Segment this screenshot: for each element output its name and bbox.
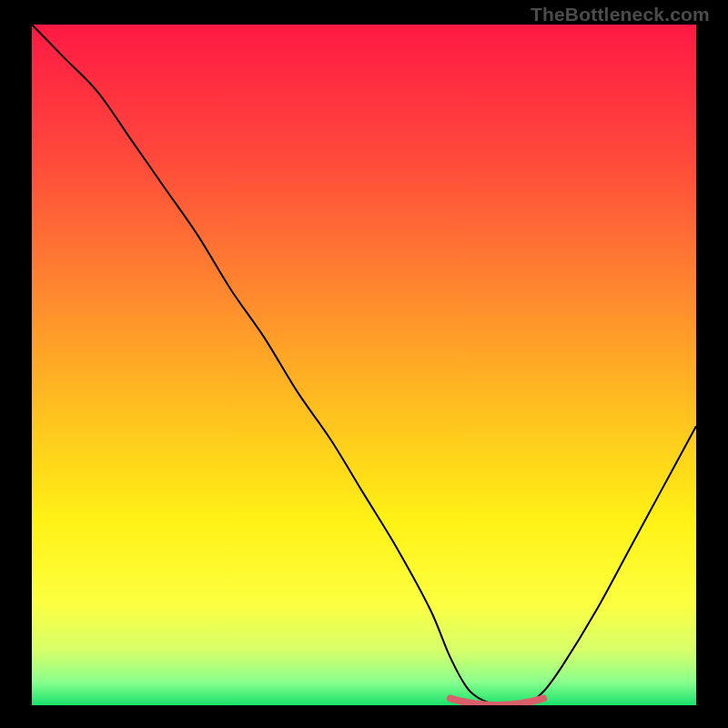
chart-background	[32, 25, 696, 705]
watermark-text: TheBottleneck.com	[531, 4, 710, 25]
chart-frame: TheBottleneck.com	[0, 0, 728, 728]
chart-plot-area	[32, 25, 696, 705]
chart-svg	[32, 25, 696, 705]
